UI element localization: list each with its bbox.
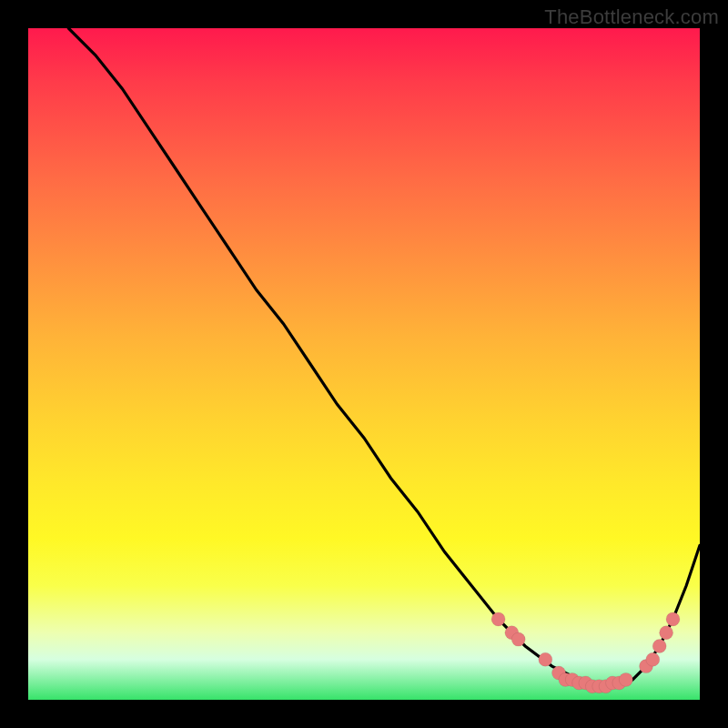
marker-dot bbox=[646, 652, 660, 666]
marker-dot bbox=[652, 640, 666, 653]
marker-dot bbox=[660, 626, 673, 640]
watermark-text: TheBottleneck.com bbox=[544, 5, 719, 29]
marker-dots bbox=[491, 612, 680, 693]
marker-dot bbox=[666, 612, 680, 626]
bottleneck-curve bbox=[68, 28, 700, 686]
marker-dot bbox=[619, 672, 632, 686]
plot-area bbox=[28, 28, 700, 700]
marker-dot bbox=[511, 632, 525, 646]
marker-dot bbox=[491, 612, 505, 626]
chart-svg bbox=[28, 28, 700, 700]
chart-frame: TheBottleneck.com bbox=[0, 0, 728, 728]
marker-dot bbox=[539, 652, 552, 666]
